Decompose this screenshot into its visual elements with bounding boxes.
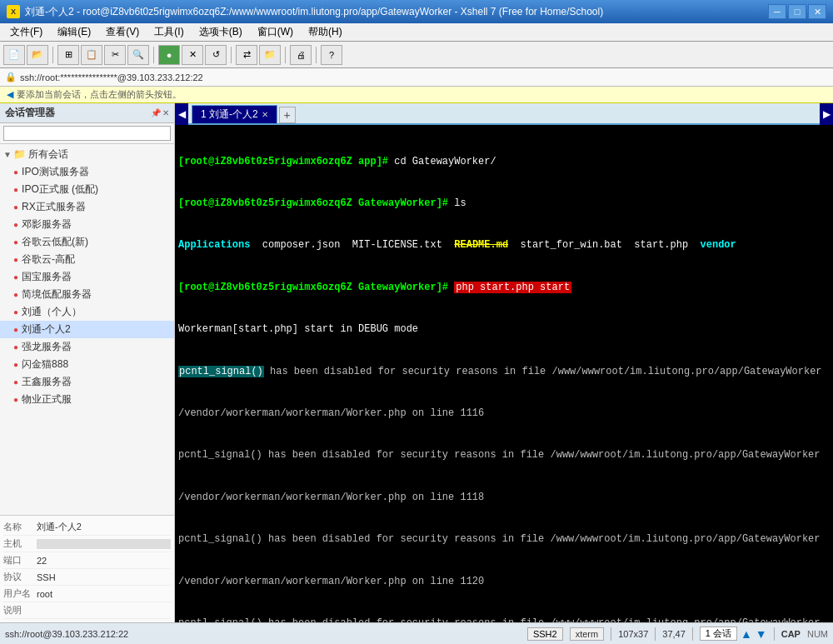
server-icon: ● <box>13 185 18 194</box>
tab-nav-right[interactable]: ▶ <box>820 103 833 125</box>
sidebar-item-label: 闪金猫888 <box>22 357 68 372</box>
sidebar-item-label: IPO测试服务器 <box>22 165 89 179</box>
sidebar-item-label: 国宝服务器 <box>22 270 72 284</box>
sidebar-item-label: 物业正式服 <box>22 392 72 407</box>
sidebar-close-icon[interactable]: ✕ <box>162 108 169 117</box>
sidebar-tree: ▼ 📁 所有会话 ● IPO测试服务器 ● IPO正式服 (低配) ● RX正式… <box>0 144 174 515</box>
status-divider2 <box>655 627 656 641</box>
sidebar-item-label: 邓影服务器 <box>22 217 72 232</box>
info-value-host <box>37 539 171 549</box>
toolbar-cut[interactable]: ✂ <box>104 45 126 65</box>
sidebar-pin-controls: 📌 ✕ <box>151 108 169 117</box>
sidebar-item-ipo-test[interactable]: ● IPO测试服务器 <box>0 163 174 181</box>
info-row-host: 主机 <box>3 536 171 552</box>
info-row-username: 用户名 root <box>3 586 171 602</box>
terminal-line: [root@iZ8vb6t0z5rigwimx6ozq6Z app]# cd G… <box>178 155 830 169</box>
sessions-up-arrow[interactable]: ▲ <box>741 627 752 641</box>
title-bar: X 刘通-个人2 - root@iZ8vb6t0z5rigwimx6ozq6Z:… <box>0 0 833 23</box>
sidebar-item-label: 谷歌云-高配 <box>22 252 75 267</box>
menu-help[interactable]: 帮助(H) <box>302 24 349 41</box>
tab-1-liutong-personal2[interactable]: 1 刘通-个人2 ✕ <box>192 105 277 123</box>
sidebar-item-jianjing[interactable]: ● 简境低配服务器 <box>0 286 174 303</box>
menu-tools[interactable]: 工具(I) <box>147 24 190 41</box>
sidebar-item-google-low[interactable]: ● 谷歌云低配(新) <box>0 233 174 251</box>
status-divider1 <box>611 627 611 641</box>
toolbar-paste[interactable]: 📋 <box>81 45 102 65</box>
sidebar-title: 会话管理器 <box>5 106 55 120</box>
sidebar-item-liutong-personal[interactable]: ● 刘通（个人） <box>0 303 174 321</box>
sidebar-item-shanjinmao[interactable]: ● 闪金猫888 <box>0 356 174 373</box>
sidebar-item-deng[interactable]: ● 邓影服务器 <box>0 216 174 233</box>
sidebar-item-label: RX正式服务器 <box>22 200 86 214</box>
sidebar-item-rx[interactable]: ● RX正式服务器 <box>0 198 174 216</box>
sidebar-item-guobao[interactable]: ● 国宝服务器 <box>0 268 174 286</box>
menu-view[interactable]: 查看(V) <box>99 24 146 41</box>
sidebar-item-label: 刘通（个人） <box>22 305 82 319</box>
toolbar-print[interactable]: 🖨 <box>290 45 312 65</box>
server-icon: ● <box>13 342 18 352</box>
sidebar-item-google-high[interactable]: ● 谷歌云-高配 <box>0 251 174 268</box>
toolbar-connect[interactable]: ● <box>158 45 180 65</box>
toolbar-transfer[interactable]: ⇄ <box>236 45 257 65</box>
toolbar-reconnect[interactable]: ↺ <box>205 45 227 65</box>
tab-close-icon[interactable]: ✕ <box>262 110 268 119</box>
status-divider4 <box>774 627 775 641</box>
status-sessions: 1 会话 ▲ ▼ <box>700 627 767 641</box>
sidebar-item-label: 谷歌云低配(新) <box>22 235 88 249</box>
server-icon: ● <box>13 307 18 317</box>
terminal-line: pcntl_signal() has been disabled for sec… <box>178 448 830 462</box>
tab-bar: 1 刘通-个人2 ✕ + <box>188 103 820 125</box>
info-label-name: 名称 <box>3 521 37 533</box>
terminal-line: /vendor/workerman/workerman/Worker.php o… <box>178 491 830 505</box>
status-connection: ssh://root@39.103.233.212:22 <box>5 629 521 639</box>
maximize-button[interactable]: □ <box>788 4 806 19</box>
sidebar-item-qianglong[interactable]: ● 强龙服务器 <box>0 338 174 356</box>
minimize-button[interactable]: ─ <box>768 4 786 19</box>
sidebar-item-label: 简境低配服务器 <box>22 287 92 302</box>
menu-edit[interactable]: 编辑(E) <box>51 24 97 41</box>
server-icon: ● <box>13 272 18 282</box>
sessions-down-arrow[interactable]: ▼ <box>756 627 767 641</box>
terminal-line: Applications composer.json MIT-LICENSE.t… <box>178 238 830 252</box>
sidebar-item-wangxin[interactable]: ● 王鑫服务器 <box>0 373 174 391</box>
session-info-panel: 名称 刘通-个人2 主机 端口 22 协议 SSH 用户名 root 说明 <box>0 515 174 622</box>
server-icon: ● <box>13 220 18 229</box>
toolbar-new[interactable]: 📄 <box>3 45 25 65</box>
tab-add-button[interactable]: + <box>279 107 296 123</box>
tab-nav-left[interactable]: ◀ <box>175 103 188 125</box>
app-icon: X <box>7 5 20 18</box>
info-label-protocol: 协议 <box>3 571 37 583</box>
sidebar-search-input[interactable] <box>3 126 171 141</box>
menu-tabs[interactable]: 选项卡(B) <box>192 24 249 41</box>
close-button[interactable]: ✕ <box>808 4 826 19</box>
info-value-name: 刘通-个人2 <box>37 521 171 533</box>
toolbar-sep1 <box>52 47 53 63</box>
server-icon: ● <box>13 290 18 299</box>
main-content: 会话管理器 📌 ✕ ▼ 📁 所有会话 ● IPO测试服务器 ● IPO正式服 (… <box>0 103 833 622</box>
toolbar-sftp[interactable]: 📁 <box>259 45 281 65</box>
toolbar-open[interactable]: 📂 <box>27 45 48 65</box>
server-icon: ● <box>13 325 18 334</box>
sidebar-item-liutong-personal2[interactable]: ● 刘通-个人2 <box>0 321 174 338</box>
title-text: 刘通-个人2 - root@iZ8vb6t0z5rigwimx6ozq6Z:/w… <box>25 5 603 19</box>
toolbar-find[interactable]: 🔍 <box>127 45 149 65</box>
lock-icon: 🔒 <box>5 72 17 82</box>
menu-file[interactable]: 文件(F) <box>3 24 49 41</box>
sidebar-item-ipo-prod[interactable]: ● IPO正式服 (低配) <box>0 181 174 198</box>
toolbar-disconnect[interactable]: ✕ <box>182 45 203 65</box>
address-bar: 🔒 ssh://root:****************@39.103.233… <box>0 68 833 87</box>
address-text: ssh://root:****************@39.103.233.2… <box>20 72 203 82</box>
terminal[interactable]: [root@iZ8vb6t0z5rigwimx6ozq6Z app]# cd G… <box>175 125 833 622</box>
sidebar-item-property[interactable]: ● 物业正式服 <box>0 391 174 408</box>
toolbar-copy[interactable]: ⊞ <box>57 45 79 65</box>
menu-window[interactable]: 窗口(W) <box>251 24 300 41</box>
toolbar-help[interactable]: ? <box>321 45 342 65</box>
terminal-line: [root@iZ8vb6t0z5rigwimx6ozq6Z GatewayWor… <box>178 281 830 295</box>
status-bar: ssh://root@39.103.233.212:22 SSH2 xterm … <box>0 622 833 644</box>
toolbar-sep4 <box>285 47 286 63</box>
sidebar-pin-icon[interactable]: 📌 <box>151 108 161 117</box>
server-icon: ● <box>13 377 18 387</box>
info-label-port: 端口 <box>3 554 37 567</box>
tree-root-all-sessions[interactable]: ▼ 📁 所有会话 <box>0 146 174 163</box>
status-dimensions: 107x37 <box>618 629 648 639</box>
